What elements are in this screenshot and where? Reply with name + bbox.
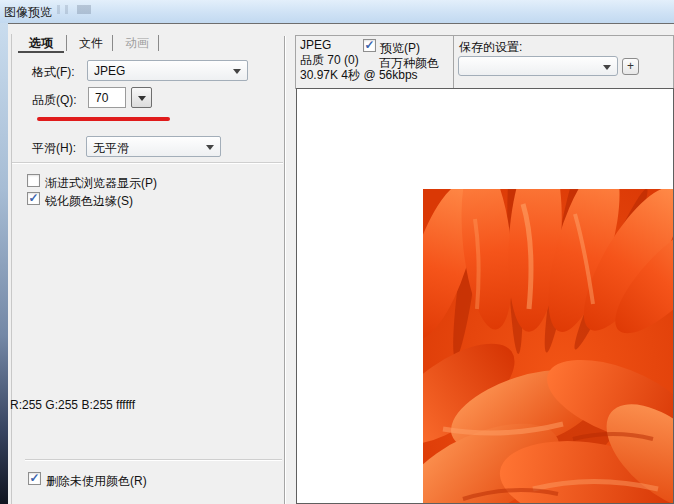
tab-file[interactable]: 文件 [73,33,109,53]
tab-animation[interactable]: 动画 [119,33,155,53]
preview-image-flower [423,189,674,504]
title-bar[interactable]: 图像预览 [0,0,674,23]
quality-label: 品质(Q): [32,92,77,109]
quality-annotation-underline [37,117,170,121]
image-preview-canvas[interactable] [296,88,674,504]
chevron-down-icon [206,145,214,150]
quality-input[interactable]: 70 [88,87,126,108]
options-divider [25,459,282,461]
saved-settings-label: 保存的设置: [459,39,522,56]
tab-separator [66,35,67,51]
color-info-readout: R:255 G:255 B:255 ffffff [10,398,135,412]
smooth-select[interactable]: 无平滑 [86,136,221,157]
progressive-checkbox[interactable] [27,174,40,187]
add-setting-button[interactable]: + [622,58,639,75]
remove-unused-colors-label: 删除未使用颜色(R) [46,473,147,490]
title-watermark [57,5,91,14]
quality-slider-button[interactable] [131,87,152,108]
preview-format: JPEG [300,38,331,52]
sharpen-label: 锐化颜色边缘(S) [45,193,133,210]
chevron-down-icon [603,65,611,70]
sharpen-checkbox[interactable]: ✓ [27,192,40,205]
format-label: 格式(F): [32,64,75,81]
format-value: JPEG [94,64,125,78]
plus-icon: + [627,59,634,73]
flower-photo-icon [423,189,674,504]
smooth-value: 无平滑 [93,141,129,155]
window-frame-left [0,23,8,504]
remove-unused-colors-checkbox[interactable]: ✓ [28,472,41,485]
tab-options[interactable]: 选项 [18,33,64,53]
format-select[interactable]: JPEG [87,60,248,81]
options-pane-border [11,34,12,504]
tab-separator [158,35,159,51]
chevron-down-icon [138,96,146,101]
preview-checkbox[interactable]: ✓ [363,39,376,52]
progressive-label: 渐进式浏览器显示(P) [45,175,157,192]
chevron-down-icon [233,69,241,74]
tab-separator [112,35,113,51]
options-divider [12,162,283,164]
color-depth-label: 百万种颜色 [379,55,439,72]
smooth-label: 平滑(H): [32,140,76,157]
header-divider [453,36,454,88]
saved-settings-select[interactable] [458,56,618,76]
pane-splitter-highlight [285,36,286,504]
window-title: 图像预览 [4,4,52,21]
